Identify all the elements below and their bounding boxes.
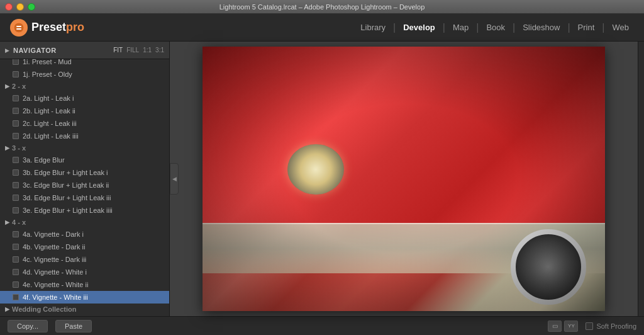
preset-icon [13,120,19,127]
fit-button[interactable]: FIT [113,47,123,54]
list-item[interactable]: 2a. Light - Leak i [0,92,169,105]
section-collapse-icon: ▶ [5,145,9,151]
list-item[interactable]: 1j. Preset - Oldy [0,68,169,81]
preset-icon [13,195,19,201]
navigator-collapse-icon[interactable]: ▶ [5,47,9,54]
preset-list[interactable]: 1b. Preset - Classic ii1c. Preset - Clas… [0,59,169,316]
vignette-overlay [203,47,605,311]
wedding-collection-header[interactable]: ▶Wedding Collection [0,304,169,315]
preset-icon [13,95,19,101]
nav-web[interactable]: Web [608,20,635,35]
svg-rect-2 [16,28,21,30]
preset-label: 4d. Vignette - White i [23,268,87,276]
preset-label: 1j. Preset - Oldy [23,71,72,78]
right-panel [638,42,644,316]
zoom-3-1-button[interactable]: 3:1 [155,47,164,54]
preset-icon [13,157,19,163]
nav-map[interactable]: Map [448,20,474,35]
list-item[interactable]: 4e. Vignette - White ii [0,278,169,291]
maximize-button[interactable] [28,3,35,11]
preset-label: 4e. Vignette - White ii [23,281,88,288]
paste-button[interactable]: Paste [55,320,92,332]
window-title: Lightroom 5 Catalog.lrcat – Adobe Photos… [219,3,425,11]
top-bar: Presetpro Library | Develop | Map | Book… [0,14,644,42]
list-item[interactable]: 4a. Vignette - Dark i [0,228,169,241]
list-item[interactable]: 2d. Light - Leak iiii [0,130,169,142]
preset-icon [13,269,19,275]
section-collapse-icon: ▶ [5,83,9,89]
preset-icon [13,169,19,176]
list-item[interactable]: 3e. Edge Blur + Light Leak iiii [0,204,169,217]
title-bar: Lightroom 5 Catalog.lrcat – Adobe Photos… [0,0,644,14]
list-item[interactable]: 4d. Vignette - White i [0,266,169,278]
list-item[interactable]: 3c. Edge Blur + Light Leak ii [0,179,169,191]
photo-viewer [170,42,638,316]
list-item[interactable]: 4f. Vignette - White iii [0,291,169,304]
logo-icon [10,19,28,37]
preset-icon [13,207,19,213]
navigator-title: Navigator [13,47,109,54]
preset-label: 2a. Light - Leak i [23,94,74,102]
list-item[interactable]: 4b. Vignette - Dark ii [0,241,169,253]
preset-label: 4f. Vignette - White iii [23,293,88,301]
nav-links: Library | Develop | Map | Book | Slidesh… [355,20,634,35]
logo-text: Presetpro [31,21,84,34]
view-buttons: ▭ YY [548,321,578,332]
list-item[interactable]: 3d. Edge Blur + Light Leak iii [0,191,169,204]
window-controls [5,3,35,11]
preset-icon [13,71,19,77]
fit-controls: FIT FILL 1:1 3:1 [113,47,164,54]
preset-label: 1i. Preset - Mud [23,59,72,65]
compare-view-button[interactable]: YY [564,321,578,332]
preset-label: 3a. Edge Blur [23,156,65,164]
preset-icon [13,108,19,114]
list-item[interactable]: 1i. Preset - Mud [0,59,169,68]
single-view-button[interactable]: ▭ [548,321,562,332]
list-item[interactable]: 3b. Edge Blur + Light Leak i [0,166,169,179]
photo-container [203,47,605,311]
section-header[interactable]: ▶4 - x [0,217,169,228]
logo-area: Presetpro [10,19,84,37]
preset-icon [13,281,19,288]
preset-label: 3e. Edge Blur + Light Leak iiii [23,207,113,214]
list-item[interactable]: 2c. Light - Leak iii [0,117,169,130]
minimize-button[interactable] [16,3,24,11]
copy-button[interactable]: Copy... [8,320,48,332]
section-header[interactable]: ▶2 - x [0,81,169,92]
preset-icon [13,133,19,139]
preset-icon [13,59,19,65]
section-header[interactable]: ▶3 - x [0,142,169,154]
nav-print[interactable]: Print [573,20,600,35]
bottom-bar: Copy... Paste ▭ YY Soft Proofing [0,316,644,335]
preset-label: 4b. Vignette - Dark ii [23,243,85,251]
preset-icon [13,231,19,237]
preset-label: 3b. Edge Blur + Light Leak i [23,169,108,176]
preset-label: 2d. Light - Leak iiii [23,132,79,140]
section-collapse-icon: ▶ [5,219,9,225]
preset-icon [13,294,19,300]
left-panel: ▶ Navigator FIT FILL 1:1 3:1 1b. Preset … [0,42,170,316]
list-item[interactable]: 2b. Light - Leak ii [0,105,169,117]
nav-develop[interactable]: Develop [398,20,440,35]
preset-label: 4a. Vignette - Dark i [23,230,84,238]
zoom-1-1-button[interactable]: 1:1 [143,47,152,54]
svg-point-0 [14,23,24,33]
preset-label: 2c. Light - Leak iii [23,120,77,127]
nav-slideshow[interactable]: Slideshow [518,20,565,35]
nav-library[interactable]: Library [355,20,391,35]
close-button[interactable] [5,3,13,11]
navigator-header: ▶ Navigator FIT FILL 1:1 3:1 [0,42,169,59]
soft-proofing-control: Soft Proofing [586,322,636,330]
wedding-collapse-icon: ▶ [5,306,9,312]
preset-label: 3d. Edge Blur + Light Leak iii [23,194,111,202]
preset-label: 3c. Edge Blur + Light Leak ii [23,181,109,189]
preset-icon [13,182,19,188]
main-content: ▶ Navigator FIT FILL 1:1 3:1 1b. Preset … [0,42,644,316]
fill-button[interactable]: FILL [126,47,139,54]
left-panel-collapse-button[interactable]: ◀ [170,163,179,195]
soft-proofing-label: Soft Proofing [596,322,636,330]
nav-book[interactable]: Book [481,20,510,35]
list-item[interactable]: 4c. Vignette - Dark iii [0,253,169,266]
soft-proofing-checkbox[interactable] [586,322,593,330]
list-item[interactable]: 3a. Edge Blur [0,154,169,166]
